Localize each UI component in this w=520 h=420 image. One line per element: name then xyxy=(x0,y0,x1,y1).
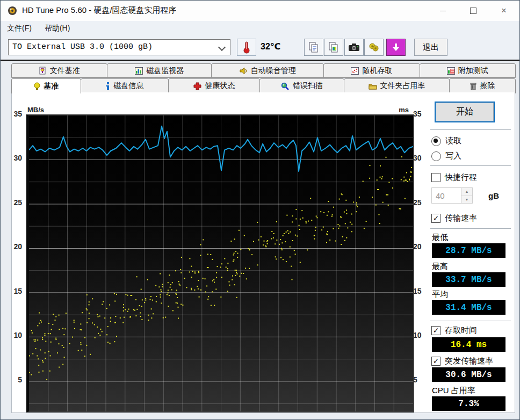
chart-canvas xyxy=(29,115,413,411)
access-time-label: 存取时间 xyxy=(445,325,477,336)
shortstroke-size-stepper: ▲▼ xyxy=(431,187,473,204)
burst-rate-checkbox[interactable]: ✓ 突发传输速率 xyxy=(431,356,493,366)
checkbox-unchecked-icon xyxy=(431,173,440,182)
tab-label: 错误扫描 xyxy=(293,81,323,91)
burst-rate-display: 30.6 MB/s xyxy=(432,367,505,382)
thermometer-icon xyxy=(243,41,250,54)
maximize-icon xyxy=(470,8,476,14)
tab-label: 文件夹占用率 xyxy=(380,81,425,91)
y-tick-label: 30 xyxy=(4,154,24,162)
tab-strip: 文件基准 磁盘监视器 自动噪音管理 随机存取 附加测试 基准 磁盘信息 xyxy=(11,61,515,93)
min-label: 最低 xyxy=(432,233,448,243)
tab-label: 附加测试 xyxy=(458,66,488,76)
tab-label: 自动噪音管理 xyxy=(251,66,296,76)
y-axis-left-ticks: 3530252015105 xyxy=(4,114,24,410)
y-axis-right-ticks: 3530252015105 xyxy=(413,114,431,410)
maximize-button[interactable] xyxy=(461,1,486,21)
max-label: 最高 xyxy=(432,262,448,272)
y-tick-label: 5 xyxy=(4,375,24,384)
access-time-checkbox[interactable]: ✓ 存取时间 xyxy=(431,325,477,336)
disk-monitor-icon xyxy=(135,67,143,75)
y-tick-label: 35 xyxy=(4,110,24,118)
camera-icon xyxy=(348,43,360,52)
transfer-rate-checkbox[interactable]: ✓ 传输速率 xyxy=(431,213,477,223)
tab-label: 文件基准 xyxy=(50,66,80,76)
stepper-up-icon[interactable]: ▲ xyxy=(461,188,472,196)
lightbulb-icon xyxy=(34,82,40,91)
y-tick-label: 10 xyxy=(4,331,24,339)
tab-erase[interactable]: 擦除 xyxy=(449,78,516,93)
tab-label: 健康状态 xyxy=(205,81,235,91)
tab-extra-tests[interactable]: 附加测试 xyxy=(420,63,516,78)
arrow-down-icon xyxy=(391,42,401,52)
tab-error-scan[interactable]: 错误扫描 xyxy=(259,78,344,93)
acoustic-button[interactable] xyxy=(364,39,384,56)
y-tick-label: 20 xyxy=(4,242,24,251)
access-time-display: 16.4 ms xyxy=(432,337,505,352)
shortstroke-size-input[interactable] xyxy=(431,187,461,204)
write-radio[interactable]: 写入 xyxy=(431,151,461,161)
tab-benchmark[interactable]: 基准 xyxy=(11,78,81,93)
copy-text-button[interactable] xyxy=(304,39,323,56)
tab-label: 磁盘信息 xyxy=(113,81,143,91)
y-axis-left-unit: MB/s xyxy=(27,106,44,114)
min-value-display: 28.7 MB/s xyxy=(432,243,505,258)
tab-disk-monitor[interactable]: 磁盘监视器 xyxy=(107,63,212,78)
separator xyxy=(430,321,511,321)
shortstroke-label: 快捷行程 xyxy=(445,172,477,183)
exit-button[interactable]: 退出 xyxy=(414,39,447,56)
read-radio[interactable]: 读取 xyxy=(431,136,461,146)
tab-label: 基准 xyxy=(44,82,59,91)
copy-image-icon xyxy=(328,42,339,53)
app-icon xyxy=(7,5,18,16)
checkbox-checked-icon: ✓ xyxy=(431,357,440,366)
toolbar: TO External USB 3.0 (1000 gB) 32℃ xyxy=(1,35,520,60)
health-icon xyxy=(193,82,201,90)
title-bar: HD Tune Pro 5.60 - 硬盘/固态硬盘实用程序 × xyxy=(1,1,520,21)
tab-health[interactable]: 健康状态 xyxy=(168,78,260,93)
drive-select-dropdown[interactable]: TO External USB 3.0 (1000 gB) xyxy=(8,39,230,55)
temperature-button[interactable] xyxy=(237,39,256,56)
separator xyxy=(430,228,511,229)
menu-help[interactable]: 帮助(H) xyxy=(38,21,76,35)
tab-random-access[interactable]: 随机存取 xyxy=(323,63,420,78)
tab-folder-usage[interactable]: 文件夹占用率 xyxy=(344,78,450,93)
y-tick-label: 15 xyxy=(4,287,24,295)
tab-label: 随机存取 xyxy=(362,66,392,76)
checkbox-checked-icon: ✓ xyxy=(431,326,440,335)
shortstroke-checkbox[interactable]: 快捷行程 xyxy=(431,172,477,183)
benchmark-chart xyxy=(26,114,414,412)
tab-disk-info[interactable]: 磁盘信息 xyxy=(81,78,169,93)
info-icon xyxy=(106,82,110,90)
menu-file[interactable]: 文件(F) xyxy=(1,21,38,35)
y-tick-label: 10 xyxy=(413,331,431,339)
stepper-buttons[interactable]: ▲▼ xyxy=(461,187,473,204)
separator xyxy=(430,165,511,166)
y-tick-label: 35 xyxy=(413,110,431,118)
y-tick-label: 5 xyxy=(413,375,431,384)
y-tick-label: 25 xyxy=(4,198,24,207)
save-results-button[interactable] xyxy=(386,39,406,56)
extra-tests-icon xyxy=(447,67,455,75)
minimize-button[interactable] xyxy=(430,1,455,21)
y-tick-label: 30 xyxy=(413,154,431,162)
acoustic-icon xyxy=(369,42,379,52)
screenshot-button[interactable] xyxy=(344,39,364,56)
checkbox-checked-icon: ✓ xyxy=(431,214,440,223)
erase-icon xyxy=(470,82,476,90)
menu-bar: 文件(F) 帮助(H) xyxy=(1,21,520,35)
minimize-icon xyxy=(440,11,446,11)
y-axis-right-unit: ms xyxy=(377,106,409,114)
cpu-usage-display: 7.3% xyxy=(432,396,505,411)
acoustic-management-icon xyxy=(240,67,248,75)
close-button[interactable]: × xyxy=(492,1,516,21)
random-access-icon xyxy=(351,67,359,75)
stepper-down-icon[interactable]: ▼ xyxy=(461,196,472,204)
avg-value-display: 31.4 MB/s xyxy=(432,300,505,315)
write-label: 写入 xyxy=(445,151,461,161)
cpu-usage-label: CPU 占用率 xyxy=(432,386,475,396)
tab-file-benchmark[interactable]: 文件基准 xyxy=(11,63,107,78)
tab-acoustic-management[interactable]: 自动噪音管理 xyxy=(211,63,324,78)
copy-image-button[interactable] xyxy=(324,39,343,56)
start-button[interactable]: 开始 xyxy=(436,103,494,121)
